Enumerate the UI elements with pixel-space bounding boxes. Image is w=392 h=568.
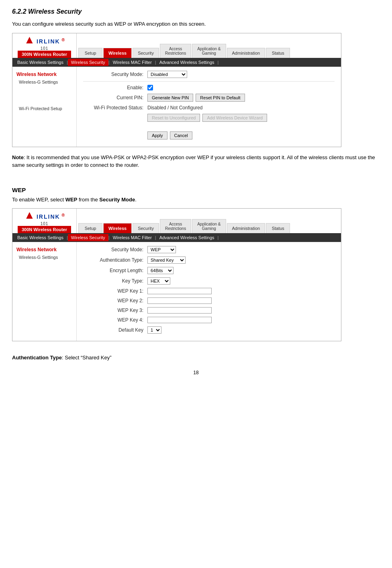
logo-101: ® (61, 37, 65, 42)
tab-status-1[interactable]: Status (266, 48, 290, 58)
auth-type-label-2: Authentication Type: (83, 257, 147, 263)
default-key-row-2: Default Key 1 2 3 4 (83, 326, 335, 334)
key-type-row-2: Key Type: HEX ASCII (83, 277, 335, 285)
sidebar-heading-1: Wireless Network (12, 70, 76, 79)
router-model-1: 300N Wireless Router (18, 51, 71, 58)
router-body-1: Wireless Network Wireless-G Settings Wi-… (12, 67, 341, 147)
auth-type-colon: : (62, 355, 63, 361)
tab-access-1[interactable]: AccessRestrictions (160, 44, 191, 58)
security-mode-control-1: Disabled WEP WPA Personal (147, 71, 187, 78)
wep-key2-input-2[interactable] (147, 297, 212, 304)
wep-key2-row-2: WEP Key 2: (83, 297, 335, 304)
page-title: 6.2.2 Wireless Security (12, 8, 380, 15)
note-paragraph: Note: It is recommended that you use WPA… (12, 154, 380, 169)
router-model-2: 300N Wireless Router (18, 226, 71, 233)
tab-security-2[interactable]: Security (133, 223, 159, 233)
sidebar-item-gsettings-2[interactable]: Wireless-G Settings (12, 254, 76, 260)
wifi-status-label-1: Wi-Fi Protected Status: (83, 105, 147, 111)
wep-key4-input-2[interactable] (147, 317, 212, 323)
generate-pin-btn-1[interactable]: Generate New PIN (147, 94, 193, 102)
security-mode-select-1[interactable]: Disabled WEP WPA Personal (147, 71, 187, 78)
wep-key1-input-2[interactable] (147, 288, 212, 294)
subnav-advanced-2[interactable]: Advanced Wireless Settings (156, 234, 218, 241)
security-mode-label-2: Security Mode: (83, 247, 147, 252)
sub-nav-2: Basic Wireless Settings | Wireless Secur… (12, 233, 341, 242)
current-pin-label-1: Current PIN: (83, 95, 147, 100)
tab-security-1[interactable]: Security (133, 48, 159, 58)
wep-key4-row-2: WEP Key 4: (83, 317, 335, 323)
sidebar-item-gsettings-1[interactable]: Wireless-G Settings (12, 79, 76, 85)
tab-admin-1[interactable]: Administration (227, 48, 265, 58)
auth-type-section: Authentication Type: Select “Shared Key” (12, 354, 380, 362)
router-logo-1: ▲ IRLINK ® 101 300N Wireless Router (12, 33, 77, 58)
auth-type-value: Select “Shared Key” (65, 355, 111, 361)
cancel-btn-1[interactable]: Cancel (170, 131, 192, 139)
wep-bold-2: Security Mode (99, 197, 135, 203)
wep-key3-label-2: WEP Key 3: (83, 308, 147, 313)
tab-admin-2[interactable]: Administration (227, 223, 265, 233)
security-mode-row-1: Security Mode: Disabled WEP WPA Personal (83, 71, 335, 78)
add-wizard-btn-1[interactable]: Add Wireless Device Wizard (202, 114, 267, 122)
router-sidebar-2: Wireless Network Wireless-G Settings (12, 242, 77, 341)
tab-setup-2[interactable]: Setup (78, 223, 102, 233)
intro-text: You can configure wireless security such… (12, 20, 380, 28)
auth-type-row-2: Authentication Type: Shared Key Open Sys… (83, 256, 335, 264)
tab-wireless-2[interactable]: Wireless (103, 223, 132, 233)
apply-btn-1[interactable]: Apply (147, 131, 167, 139)
sidebar-item-wps-1[interactable]: Wi-Fi Protected Setup (12, 105, 76, 112)
router-content-1: Security Mode: Disabled WEP WPA Personal… (77, 67, 341, 147)
wep-desc: To enable WEP, select WEP from the Secur… (12, 196, 380, 204)
security-mode-label-1: Security Mode: (83, 72, 147, 77)
wep-key1-label-2: WEP Key 1: (83, 288, 147, 294)
nav-tabs-2: Setup Wireless Security AccessRestrictio… (77, 209, 341, 233)
tab-access-2[interactable]: AccessRestrictions (160, 219, 191, 233)
current-pin-row-1: Current PIN: Generate New PIN Reset PIN … (83, 94, 335, 102)
router-body-2: Wireless Network Wireless-G Settings Sec… (12, 242, 341, 341)
logo-brand-2: IRLINK (37, 213, 60, 220)
router-sidebar-1: Wireless Network Wireless-G Settings Wi-… (12, 67, 77, 147)
subnav-basic-1[interactable]: Basic Wireless Settings (14, 59, 67, 66)
router-frame-2: ▲ IRLINK ® 101 300N Wireless Router Setu… (12, 208, 341, 341)
reset-pin-btn-1[interactable]: Reset PIN to Default (196, 94, 245, 102)
wep-key3-input-2[interactable] (147, 307, 212, 314)
page-number: 18 (12, 370, 380, 375)
sub-nav-1: Basic Wireless Settings | Wireless Secur… (12, 58, 341, 67)
tab-gaming-2[interactable]: Application &Gaming (192, 219, 226, 233)
tab-wireless-1[interactable]: Wireless (103, 48, 132, 58)
tab-setup-1[interactable]: Setup (78, 48, 102, 58)
wep-title: WEP (12, 187, 380, 193)
security-mode-select-2[interactable]: WEP Disabled (147, 246, 176, 253)
key-type-label-2: Key Type: (83, 278, 147, 284)
subnav-mac-2[interactable]: Wireless MAC Filter (110, 234, 155, 241)
auth-type-select-2[interactable]: Shared Key Open System (147, 256, 186, 264)
wifi-status-value-1: Disabled / Not Configured (147, 105, 202, 111)
sidebar-heading-2: Wireless Network (12, 245, 76, 254)
tab-status-2[interactable]: Status (266, 223, 290, 233)
subnav-security-2[interactable]: Wireless Security (68, 234, 108, 241)
note-text: : It is recommended that you use WPA-PSK… (12, 154, 375, 168)
subnav-security-1[interactable]: Wireless Security (68, 59, 108, 66)
wifi-status-row-1: Wi-Fi Protected Status: Disabled / Not C… (83, 105, 335, 111)
tab-gaming-1[interactable]: Application &Gaming (192, 44, 226, 58)
router-header-1: ▲ IRLINK ® 101 300N Wireless Router Setu… (12, 33, 341, 58)
subnav-advanced-1[interactable]: Advanced Wireless Settings (156, 59, 218, 66)
logo-brand: IRLINK (37, 38, 60, 45)
key-type-select-2[interactable]: HEX ASCII (147, 277, 170, 285)
reset-unconfigured-btn-1[interactable]: Reset to Unconfigured (147, 114, 200, 122)
router-frame-1: ▲ IRLINK ® 101 300N Wireless Router Setu… (12, 33, 341, 147)
enable-checkbox-1[interactable] (147, 85, 153, 90)
wep-key2-label-2: WEP Key 2: (83, 298, 147, 303)
encrypt-length-label-2: Encrypt Length: (83, 268, 147, 273)
router-header-2: ▲ IRLINK ® 101 300N Wireless Router Setu… (12, 209, 341, 233)
router-content-2: Security Mode: WEP Disabled Authenticati… (77, 242, 341, 341)
encrypt-length-select-2[interactable]: 64Bits 128Bits (147, 267, 174, 274)
wep-key1-row-2: WEP Key 1: (83, 288, 335, 294)
subnav-basic-2[interactable]: Basic Wireless Settings (14, 234, 67, 241)
apply-row-1: Apply Cancel (83, 131, 335, 139)
subnav-mac-1[interactable]: Wireless MAC Filter (110, 59, 155, 66)
security-mode-row-2: Security Mode: WEP Disabled (83, 246, 335, 253)
default-key-select-2[interactable]: 1 2 3 4 (147, 326, 161, 334)
wep-key4-label-2: WEP Key 4: (83, 317, 147, 323)
nav-tabs-1: Setup Wireless Security AccessRestrictio… (77, 33, 341, 58)
router-logo-2: ▲ IRLINK ® 101 300N Wireless Router (12, 209, 77, 233)
